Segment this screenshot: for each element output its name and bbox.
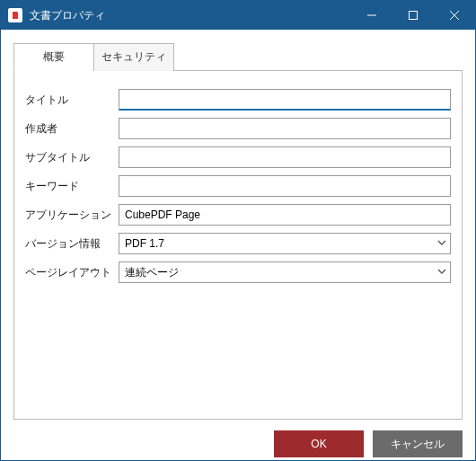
subtitle-label: サブタイトル: [25, 150, 119, 165]
tab-security-label: セキュリティ: [101, 50, 166, 63]
button-bar: OK キャンセル: [1, 420, 475, 461]
chevron-down-icon: [437, 237, 446, 250]
keyword-label: キーワード: [25, 179, 119, 194]
version-select[interactable]: PDF 1.7: [119, 233, 451, 254]
keyword-input[interactable]: [119, 175, 451, 197]
ok-button-label: OK: [311, 438, 326, 450]
app-icon: [8, 8, 22, 22]
layout-select-value: 連続ページ: [125, 265, 179, 280]
ok-button[interactable]: OK: [274, 430, 364, 457]
tab-overview-label: 概要: [43, 50, 65, 63]
window-title: 文書プロパティ: [30, 8, 105, 23]
tab-security[interactable]: セキュリティ: [93, 43, 174, 71]
version-label: バージョン情報: [25, 236, 119, 252]
svg-rect-0: [410, 12, 418, 20]
author-input[interactable]: [119, 118, 451, 139]
author-label: 作成者: [25, 121, 119, 137]
chevron-down-icon: [437, 266, 446, 279]
application-label: アプリケーション: [25, 208, 119, 223]
tab-bar: 概要 セキュリティ: [13, 42, 463, 71]
close-button[interactable]: [434, 1, 475, 30]
overview-panel: タイトル 作成者 サブタイトル キーワード アプリケーション: [13, 71, 463, 420]
subtitle-input[interactable]: [119, 146, 451, 168]
layout-label: ページレイアウト: [25, 265, 119, 280]
cancel-button[interactable]: キャンセル: [373, 430, 463, 457]
layout-select[interactable]: 連続ページ: [119, 262, 451, 283]
application-input[interactable]: [119, 204, 451, 226]
cancel-button-label: キャンセル: [391, 437, 445, 452]
titlebar: 文書プロパティ: [1, 1, 475, 30]
maximize-button[interactable]: [392, 1, 434, 30]
tab-overview[interactable]: 概要: [13, 43, 94, 71]
title-label: タイトル: [25, 93, 119, 108]
title-input[interactable]: [119, 89, 451, 111]
version-select-value: PDF 1.7: [125, 237, 164, 250]
minimize-button[interactable]: [351, 1, 392, 30]
